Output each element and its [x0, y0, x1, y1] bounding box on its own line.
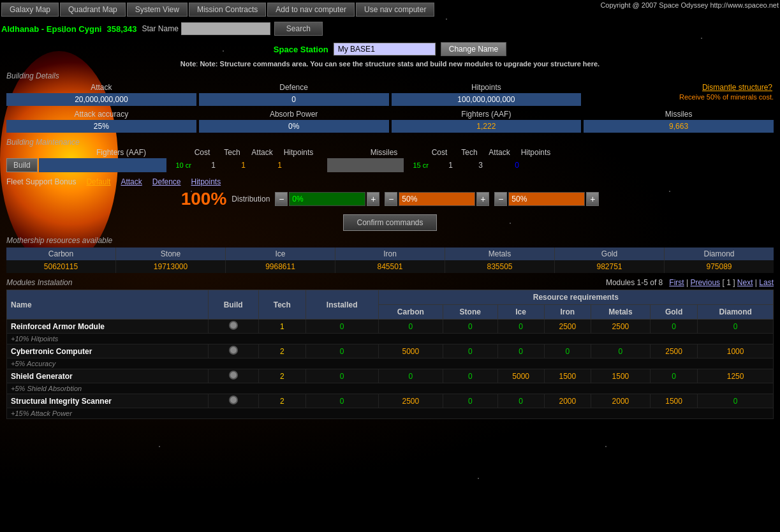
- resource-ice-value: 9968611: [226, 260, 335, 273]
- mod2-stone: 0: [443, 344, 497, 358]
- col-build: Build: [208, 290, 258, 320]
- fighter-count-input[interactable]: [39, 158, 166, 172]
- search-button[interactable]: Search: [274, 22, 323, 36]
- quadrant-map-button[interactable]: Quadrant Map: [60, 3, 126, 17]
- mod3-carbon: 0: [378, 369, 443, 383]
- mission-contracts-button[interactable]: Mission Contracts: [189, 3, 266, 17]
- col-tech: Tech: [258, 290, 305, 320]
- fleet-default-link[interactable]: Default: [86, 177, 110, 186]
- first-link[interactable]: First: [669, 278, 684, 287]
- table-row: Reinforced Armor Module 1 0 0 0 0 2500 2…: [7, 320, 774, 334]
- station-row: Space Station Change Name: [6, 42, 774, 56]
- missile-cost: 15 cr: [405, 161, 437, 169]
- dismantle-sub: Receive 50% of minerals cost.: [584, 93, 774, 101]
- module-build-radio-1[interactable]: [208, 320, 258, 334]
- fighter-cost: 10 cr: [168, 161, 200, 169]
- attack-label: Attack: [6, 82, 196, 93]
- module-tech-3: 2: [258, 369, 305, 383]
- note-text: Note: Note: Structure commands area. You…: [6, 60, 774, 68]
- module-sub-4: +15% Attack Power: [7, 408, 774, 419]
- mod2-iron: 0: [544, 344, 591, 358]
- build-button[interactable]: Build: [6, 158, 38, 172]
- col-installed: Installed: [305, 290, 378, 320]
- last-link[interactable]: Last: [759, 278, 774, 287]
- galaxy-map-button[interactable]: Galaxy Map: [1, 3, 59, 17]
- mothership-section: Mothership resources available Carbon St…: [6, 236, 774, 273]
- maint-col-cost2: Cost: [423, 148, 455, 157]
- table-row-sub: +15% Attack Power: [7, 408, 774, 419]
- use-nav-button[interactable]: Use nav computer: [356, 3, 434, 17]
- maint-col-hp2: Hitpoints: [517, 148, 555, 157]
- fleet-hitpoints-link[interactable]: Hitpoints: [191, 177, 221, 186]
- change-name-button[interactable]: Change Name: [441, 42, 506, 56]
- mod3-ice: 5000: [497, 369, 544, 383]
- module-installed-3: 0: [305, 369, 378, 383]
- missiles-value: 9,663: [584, 120, 774, 133]
- module-installed-1: 0: [305, 320, 378, 334]
- fleet-attack-link[interactable]: Attack: [121, 177, 142, 186]
- table-row-sub: +5% Shield Absorbtion: [7, 383, 774, 394]
- mod3-stone: 0: [443, 369, 497, 383]
- modules-section: Modules Instalation Modules 1-5 of 8 Fir…: [6, 278, 774, 419]
- dist3-minus-button[interactable]: −: [494, 192, 507, 206]
- location-text: Aldhanab - Epsilon Cygni: [1, 24, 101, 34]
- fighter-attack: 1: [228, 161, 260, 170]
- defence-stat: Defence 0: [199, 82, 389, 106]
- fleet-bonus-row: Fleet Support Bonus Default Attack Defen…: [6, 177, 774, 186]
- system-view-button[interactable]: System View: [127, 3, 188, 17]
- module-build-radio-4[interactable]: [208, 394, 258, 408]
- table-row: Shield Generator 2 0 0 0 5000 1500 1500 …: [7, 369, 774, 383]
- defence-label: Defence: [199, 82, 389, 93]
- resource-header-diamond: Diamond: [665, 248, 774, 260]
- absorb-stat: Absorb Power 0%: [199, 108, 389, 133]
- station-name-input[interactable]: [334, 43, 436, 55]
- module-build-radio-3[interactable]: [208, 369, 258, 383]
- dist2-plus-button[interactable]: +: [476, 192, 489, 206]
- dist1-plus-button[interactable]: +: [367, 192, 379, 206]
- modules-header-row: Modules Instalation Modules 1-5 of 8 Fir…: [6, 278, 774, 287]
- copyright-text: Copyright @ 2007 Space Odyssey http://ww…: [600, 1, 779, 9]
- dist3-plus-button[interactable]: +: [586, 192, 599, 206]
- fighter-hp: 1: [261, 161, 299, 170]
- dismantle-link[interactable]: Dismantle structure?: [702, 83, 772, 92]
- hitpoints-value: 100,000,000,000: [392, 93, 582, 106]
- mod1-stone: 0: [443, 320, 497, 334]
- table-row-sub: +5% Accuracy: [7, 358, 774, 369]
- confirm-button[interactable]: Confirm commands: [343, 214, 436, 231]
- dist-ctrl-3: − 50% +: [494, 192, 599, 206]
- dist1-bar: 0%: [289, 192, 365, 206]
- accuracy-value: 25%: [6, 120, 196, 133]
- module-installed-4: 0: [305, 394, 378, 408]
- mod4-diamond: 0: [698, 394, 774, 408]
- dist1-minus-button[interactable]: −: [275, 192, 288, 206]
- dist2-bar: 50%: [399, 192, 475, 206]
- col-name: Name: [7, 290, 209, 320]
- module-name-3: Shield Generator: [7, 369, 209, 383]
- note-label: Note: [180, 60, 196, 68]
- mod3-gold: 0: [650, 369, 697, 383]
- missile-count-input[interactable]: [327, 158, 404, 172]
- module-tech-4: 2: [258, 394, 305, 408]
- maint-col-cost1: Cost: [186, 148, 218, 157]
- add-nav-button[interactable]: Add to nav computer: [267, 3, 355, 17]
- resource-iron-value: 845501: [335, 260, 445, 273]
- mod2-diamond: 1000: [698, 344, 774, 358]
- maintenance-title: Building Maintenance: [6, 138, 774, 147]
- module-name-2: Cybertronic Computer: [7, 344, 209, 358]
- star-name-input[interactable]: [181, 22, 270, 35]
- prev-link[interactable]: Previous: [690, 278, 720, 287]
- attack-value: 20,000,000,000: [6, 93, 196, 106]
- hitpoints-label: Hitpoints: [392, 82, 582, 93]
- next-link[interactable]: Next: [737, 278, 753, 287]
- mod3-metals: 1500: [591, 369, 650, 383]
- dist-ctrl-2: − 50% +: [385, 192, 489, 206]
- pagination-text: Modules 1-5 of 8: [606, 278, 663, 287]
- mod2-carbon: 5000: [378, 344, 443, 358]
- maint-col-fighters: Fighters (AAF): [57, 148, 185, 157]
- fleet-defence-link[interactable]: Defence: [152, 177, 181, 186]
- mod4-stone: 0: [443, 394, 497, 408]
- dist2-minus-button[interactable]: −: [385, 192, 397, 206]
- module-build-radio-2[interactable]: [208, 344, 258, 358]
- module-sub-1: +10% Hitpoints: [7, 334, 774, 344]
- missile-attack: 3: [465, 161, 497, 170]
